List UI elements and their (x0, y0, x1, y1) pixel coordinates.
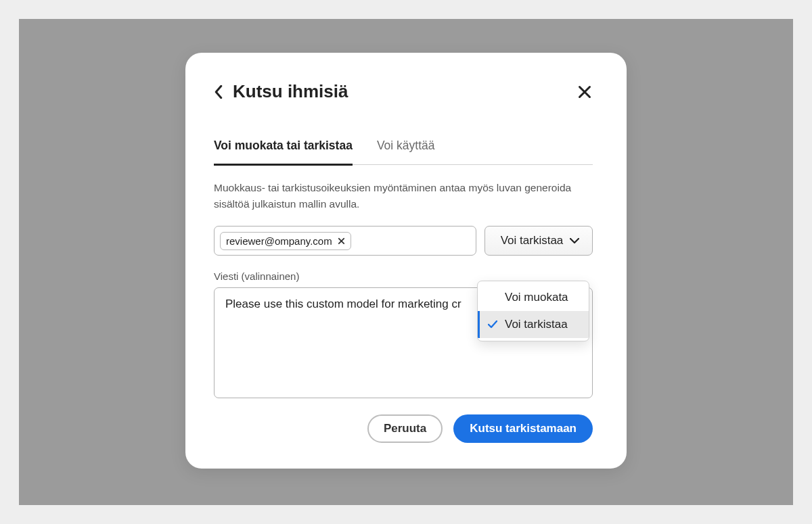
tab-edit-review[interactable]: Voi muokata tai tarkistaa (214, 139, 353, 166)
chevron-left-icon (214, 85, 223, 99)
close-icon (578, 85, 591, 99)
dropdown-option-label: Voi muokata (505, 291, 568, 304)
chevron-down-icon (570, 238, 579, 244)
help-text: Muokkaus- tai tarkistusoikeuksien myöntä… (214, 180, 593, 212)
permission-tabs: Voi muokata tai tarkistaa Voi käyttää (214, 139, 593, 165)
close-button[interactable] (577, 84, 593, 100)
submit-button[interactable]: Kutsu tarkistamaan (453, 414, 593, 443)
cancel-button[interactable]: Peruuta (367, 414, 443, 443)
permission-select[interactable]: Voi tarkistaa (484, 226, 593, 256)
input-row: reviewer@ompany.com Voi tarkistaa (214, 226, 593, 256)
dropdown-option-label: Voi tarkistaa (505, 318, 568, 331)
dialog-header: Kutsu ihmisiä (214, 81, 593, 102)
dialog-footer: Peruuta Kutsu tarkistamaan (214, 414, 593, 443)
check-icon-wrap (487, 320, 498, 329)
tab-use[interactable]: Voi käyttää (377, 139, 435, 166)
permission-select-label: Voi tarkistaa (501, 234, 564, 247)
email-input[interactable]: reviewer@ompany.com (214, 226, 476, 256)
dropdown-option-review[interactable]: Voi tarkistaa (478, 311, 589, 338)
check-icon (488, 320, 497, 329)
permission-dropdown: Voi muokata Voi tarkistaa (477, 281, 589, 341)
title-wrap: Kutsu ihmisiä (214, 81, 348, 102)
email-chip: reviewer@ompany.com (220, 232, 351, 250)
invite-dialog: Kutsu ihmisiä Voi muokata tai tarkistaa … (185, 53, 627, 469)
close-icon (338, 237, 345, 245)
chip-remove-button[interactable] (338, 237, 345, 245)
dropdown-option-edit[interactable]: Voi muokata (478, 284, 589, 311)
email-chip-text: reviewer@ompany.com (226, 235, 332, 247)
dialog-title: Kutsu ihmisiä (233, 81, 348, 102)
back-button[interactable] (214, 85, 223, 99)
